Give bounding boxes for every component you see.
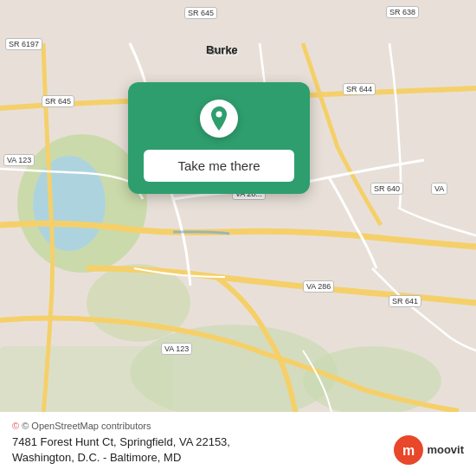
moovit-icon: m [394, 435, 423, 465]
address-row: 7481 Forest Hunt Ct, Springfield, VA 221… [12, 434, 464, 466]
pin-icon-container [200, 100, 238, 138]
road-label-va286: VA 286 [303, 280, 334, 293]
road-label-sr640: SR 640 [370, 183, 403, 195]
moovit-logo: m moovit [394, 435, 464, 465]
location-card: Take me there [128, 82, 310, 194]
svg-text:m: m [402, 443, 415, 458]
bottom-bar: © © OpenStreetMap contributors 7481 Fore… [0, 412, 476, 476]
address-text: 7481 Forest Hunt Ct, Springfield, VA 221… [12, 434, 385, 466]
address-line1: 7481 Forest Hunt Ct, Springfield, VA 221… [12, 435, 230, 448]
road-label-sr645-mid: SR 645 [42, 95, 74, 107]
road-label-va-right: VA [431, 183, 447, 195]
osm-icon: © [12, 421, 19, 431]
svg-point-6 [33, 156, 106, 251]
address-line2: Washington, D.C. - Baltimore, MD [12, 451, 181, 464]
road-label-sr645-top: SR 645 [184, 7, 217, 19]
attribution-text: © OpenStreetMap contributors [22, 421, 151, 431]
map-pin-icon [209, 106, 228, 131]
road-label-va123-bot: VA 123 [161, 343, 192, 355]
road-label-va123-left: VA 123 [3, 154, 35, 166]
road-label-sr638: SR 638 [386, 6, 419, 18]
moovit-text: moovit [427, 443, 464, 456]
attribution: © © OpenStreetMap contributors [12, 421, 464, 431]
road-label-sr644: SR 644 [343, 83, 376, 95]
take-me-there-button[interactable]: Take me there [144, 150, 294, 182]
burke-label: Burke [206, 43, 238, 56]
road-label-sr641: SR 641 [389, 295, 421, 307]
map-container: Burke SR 645 SR 638 SR 6197 SR 645 SR 64… [0, 0, 476, 476]
map-svg [0, 0, 476, 476]
road-label-sr6197: SR 6197 [5, 38, 42, 50]
svg-point-7 [216, 112, 222, 118]
